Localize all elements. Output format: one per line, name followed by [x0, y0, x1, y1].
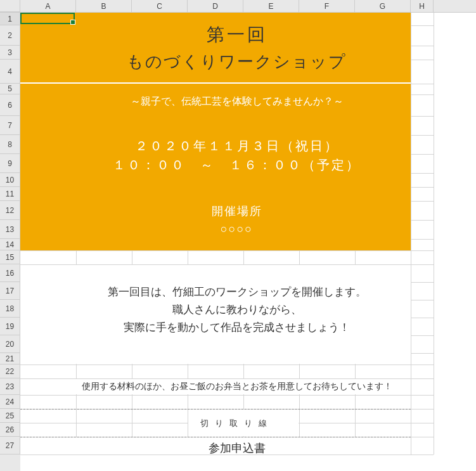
cut-line-label: 切り取り線 — [20, 418, 453, 429]
row-header-3[interactable]: 3 — [0, 46, 20, 60]
row-header-1[interactable]: 1 — [0, 13, 20, 25]
select-all-corner[interactable] — [0, 0, 20, 12]
note-line: 使用する材料のほか、お昼ご飯のお弁当とお茶を用意してお待ちしています！ — [20, 381, 453, 392]
flyer-title-1: 第一回 — [20, 23, 453, 47]
column-header-e[interactable]: E — [243, 0, 299, 12]
column-header-a[interactable]: A — [20, 0, 76, 12]
row-header-14[interactable]: 14 — [0, 239, 20, 250]
row-header-12[interactable]: 12 — [0, 201, 20, 220]
row-header-16[interactable]: 16 — [0, 264, 20, 282]
row-header-20[interactable]: 20 — [0, 335, 20, 353]
row-header-5[interactable]: 5 — [0, 84, 20, 94]
column-header-h[interactable]: H — [411, 0, 434, 12]
row-header-17[interactable]: 17 — [0, 282, 20, 300]
row-header-27[interactable]: 27 — [0, 437, 20, 455]
body-line-2: 職人さんに教わりながら、 — [20, 302, 453, 317]
row-header-7[interactable]: 7 — [0, 116, 20, 135]
row-header-10[interactable]: 10 — [0, 173, 20, 187]
row-header-23[interactable]: 23 — [0, 378, 20, 395]
row-header-15[interactable]: 15 — [0, 250, 20, 264]
flyer-date: ２０２０年１１月３日（祝日） — [20, 138, 453, 155]
application-form-title: 参加申込書 — [20, 441, 453, 456]
row-header-22[interactable]: 22 — [0, 365, 20, 378]
row-header-9[interactable]: 9 — [0, 154, 20, 173]
row-header-4[interactable]: 4 — [0, 60, 20, 84]
flyer-title-2: ものづくりワークショップ — [20, 51, 453, 73]
spreadsheet: ABCDEFGH 1234567891011121314151617181920… — [0, 0, 476, 471]
cut-border-bottom — [20, 437, 411, 437]
body-line-3: 実際に手を動かして作品を完成させましょう！ — [20, 320, 453, 335]
row-header-21[interactable]: 21 — [0, 353, 20, 365]
column-header-g[interactable]: G — [355, 0, 411, 12]
row-header-25[interactable]: 25 — [0, 409, 20, 423]
column-header-b[interactable]: B — [76, 0, 132, 12]
flyer-time: １０：００ ～ １６：００（予定） — [20, 157, 453, 174]
row-header-8[interactable]: 8 — [0, 135, 20, 154]
column-headers: ABCDEFGH — [0, 0, 476, 13]
row-header-13[interactable]: 13 — [0, 220, 20, 239]
cell-grid[interactable]: 第一回 ものづくりワークショップ ～親子で、伝統工芸を体験してみませんか？～ ２… — [20, 13, 476, 471]
row-header-6[interactable]: 6 — [0, 94, 20, 116]
row-headers: 1234567891011121314151617181920212223242… — [0, 13, 20, 471]
row-header-26[interactable]: 26 — [0, 423, 20, 437]
row-header-2[interactable]: 2 — [0, 25, 20, 46]
column-header-c[interactable]: C — [132, 0, 188, 12]
row-header-19[interactable]: 19 — [0, 318, 20, 335]
row-header-18[interactable]: 18 — [0, 300, 20, 318]
venue-value: ○○○○ — [20, 223, 453, 236]
body-line-1: 第一回目は、竹細工のワークショップを開催します。 — [20, 285, 453, 299]
divider-line — [20, 82, 411, 84]
column-header-f[interactable]: F — [299, 0, 355, 12]
cut-border-top — [20, 409, 411, 410]
row-header-11[interactable]: 11 — [0, 187, 20, 201]
row-header-24[interactable]: 24 — [0, 395, 20, 409]
flyer-subtitle: ～親子で、伝統工芸を体験してみませんか？～ — [20, 95, 453, 108]
column-header-d[interactable]: D — [188, 0, 243, 12]
venue-label: 開催場所 — [20, 203, 453, 219]
